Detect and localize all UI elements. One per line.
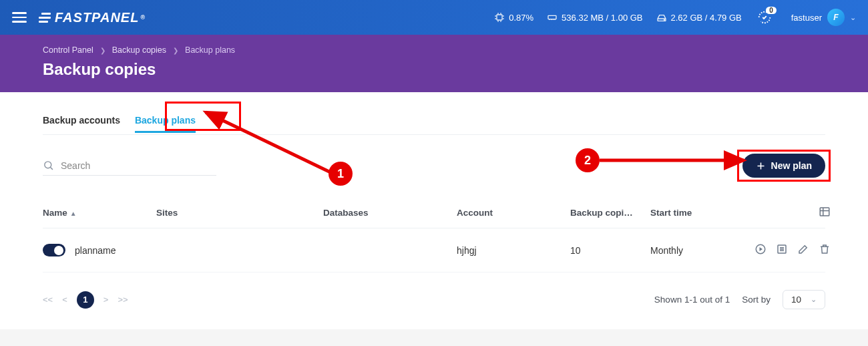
svg-rect-5 xyxy=(820,208,829,216)
plans-table: Name▲ Sites Databases Account Backup cop… xyxy=(43,198,825,273)
chevron-right-icon: ❯ xyxy=(100,47,105,54)
edit-icon[interactable] xyxy=(797,243,809,257)
logo-bars-icon xyxy=(39,13,51,23)
shown-label: Shown 1-1 out of 1 xyxy=(654,295,730,305)
page-prev[interactable]: < xyxy=(62,295,67,305)
content-area: Backup accounts Backup plans New plan Na… xyxy=(0,92,868,329)
cpu-icon xyxy=(494,12,505,23)
ram-icon xyxy=(547,12,558,23)
search-input[interactable] xyxy=(61,160,216,171)
svg-rect-1 xyxy=(548,15,556,19)
col-name[interactable]: Name▲ xyxy=(43,208,156,218)
col-account[interactable]: Account xyxy=(457,208,570,218)
disk-stat[interactable]: 2.62 GB / 4.79 GB xyxy=(656,12,742,23)
annotation-badge-1: 1 xyxy=(329,162,353,186)
plan-enabled-toggle[interactable] xyxy=(43,244,65,256)
table-header: Name▲ Sites Databases Account Backup cop… xyxy=(43,198,825,228)
table-row: planname hjhgj 10 Monthly xyxy=(43,228,825,273)
page-title: Backup copies xyxy=(43,60,825,79)
chevron-right-icon: ❯ xyxy=(173,47,178,54)
ram-stat[interactable]: 536.32 MB / 1.00 GB xyxy=(547,12,642,23)
page-last[interactable]: >> xyxy=(118,295,128,305)
top-bar: FASTPANEL® 0.87% 536.32 MB / 1.00 GB 2.6… xyxy=(0,0,868,35)
cell-start: Monthly xyxy=(650,245,757,256)
table-footer: << < 1 > >> Shown 1-1 out of 1 Sort by 1… xyxy=(43,290,825,309)
tab-backup-accounts[interactable]: Backup accounts xyxy=(43,108,120,132)
sortby-label: Sort by xyxy=(742,295,771,305)
svg-point-3 xyxy=(664,19,664,20)
notif-badge: 0 xyxy=(766,7,777,14)
breadcrumb: Control Panel ❯ Backup copies ❯ Backup p… xyxy=(43,45,825,55)
search-icon xyxy=(43,160,54,171)
ram-value: 536.32 MB / 1.00 GB xyxy=(562,13,642,23)
page-current[interactable]: 1 xyxy=(77,291,94,309)
page-next[interactable]: > xyxy=(103,295,109,305)
per-page-value: 10 xyxy=(791,295,801,305)
tabs: Backup accounts Backup plans xyxy=(43,106,825,135)
per-page-select[interactable]: 10 ⌄ xyxy=(783,290,825,309)
breadcrumb-backup-plans: Backup plans xyxy=(185,45,235,55)
svg-rect-0 xyxy=(497,15,502,20)
username-label: fastuser xyxy=(791,13,822,23)
brand-logo[interactable]: FASTPANEL® xyxy=(39,10,146,25)
col-copies[interactable]: Backup copi… xyxy=(570,208,650,218)
col-start[interactable]: Start time xyxy=(650,208,757,218)
page-first[interactable]: << xyxy=(43,295,53,305)
menu-hamburger-icon[interactable] xyxy=(12,9,27,25)
chevron-down-icon: ⌄ xyxy=(850,13,856,22)
sort-asc-icon: ▲ xyxy=(70,210,77,217)
pagination: << < 1 > >> xyxy=(43,291,128,309)
cell-account: hjhgj xyxy=(457,245,570,256)
new-plan-label: New plan xyxy=(771,160,812,171)
svg-point-4 xyxy=(45,162,51,168)
new-plan-button[interactable]: New plan xyxy=(742,154,825,178)
columns-icon xyxy=(819,206,831,218)
breadcrumb-control-panel[interactable]: Control Panel xyxy=(43,45,93,55)
avatar: F xyxy=(827,9,845,26)
run-icon[interactable] xyxy=(754,243,767,257)
plan-name: planname xyxy=(75,245,116,256)
delete-icon[interactable] xyxy=(819,243,831,257)
cell-copies: 10 xyxy=(570,245,650,256)
user-menu[interactable]: fastuser F ⌄ xyxy=(791,9,856,26)
cpu-stat[interactable]: 0.87% xyxy=(494,12,533,23)
breadcrumb-backup-copies[interactable]: Backup copies xyxy=(112,45,166,55)
row-actions xyxy=(757,243,831,257)
disk-icon xyxy=(656,12,667,23)
plus-icon xyxy=(756,161,766,171)
col-databases[interactable]: Databases xyxy=(323,208,457,218)
notifications-button[interactable]: 0 xyxy=(755,8,774,27)
search-field[interactable] xyxy=(43,156,216,176)
col-sites[interactable]: Sites xyxy=(156,208,323,218)
cpu-value: 0.87% xyxy=(509,13,533,23)
col-layout-toggle[interactable] xyxy=(757,206,831,220)
brand-text: FASTPANEL xyxy=(55,10,139,25)
list-icon[interactable] xyxy=(776,243,788,257)
page-header: Control Panel ❯ Backup copies ❯ Backup p… xyxy=(0,35,868,92)
top-stats: 0.87% 536.32 MB / 1.00 GB 2.62 GB / 4.79… xyxy=(494,8,856,27)
chevron-down-icon: ⌄ xyxy=(811,295,817,304)
annotation-badge-2: 2 xyxy=(576,148,600,172)
disk-value: 2.62 GB / 4.79 GB xyxy=(671,13,742,23)
tab-backup-plans[interactable]: Backup plans xyxy=(135,108,196,132)
